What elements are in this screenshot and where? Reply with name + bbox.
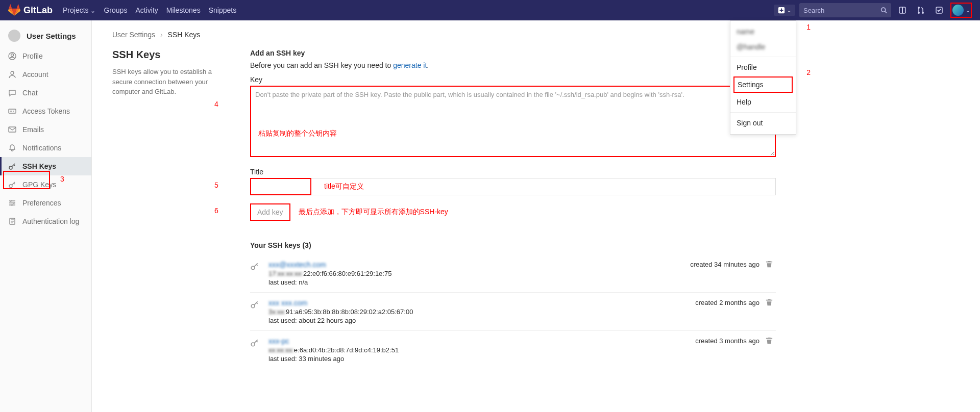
token-icon bbox=[8, 107, 16, 115]
svg-point-9 bbox=[11, 54, 14, 57]
sidebar-item-gpg-keys[interactable]: GPG Keys bbox=[0, 175, 91, 194]
sidebar-item-emails[interactable]: Emails bbox=[0, 120, 91, 139]
page-title: SSH Keys bbox=[112, 49, 230, 61]
svg-point-13 bbox=[11, 111, 12, 112]
svg-rect-15 bbox=[9, 127, 16, 132]
avatar-icon bbox=[952, 5, 964, 16]
content: User Settings › SSH Keys SSH Keys SSH ke… bbox=[92, 20, 796, 412]
account-icon bbox=[8, 70, 16, 79]
breadcrumb-a[interactable]: User Settings bbox=[112, 31, 155, 39]
svg-point-18 bbox=[10, 200, 12, 202]
gitlab-logo-icon bbox=[8, 4, 20, 16]
sidebar-item-profile[interactable]: Profile bbox=[0, 47, 91, 65]
breadcrumb: User Settings › SSH Keys bbox=[112, 31, 776, 39]
sidebar: User Settings Profile Account Chat Acces… bbox=[0, 20, 92, 412]
key-row: xxx xxx.com 3x:xx:91:a6:95:3b:8b:8b:8b:0… bbox=[250, 292, 776, 330]
nav-snippets[interactable]: Snippets bbox=[209, 6, 236, 14]
svg-point-10 bbox=[11, 71, 14, 74]
user-menu-handle: @handle bbox=[730, 39, 796, 55]
sidebar-item-preferences[interactable]: Preferences bbox=[0, 194, 91, 212]
svg-point-4 bbox=[918, 7, 920, 9]
plus-button[interactable]: ⌄ bbox=[774, 5, 795, 16]
annotation-1: 1 bbox=[806, 23, 811, 31]
issues-icon[interactable] bbox=[895, 3, 910, 17]
title-input-rest[interactable] bbox=[311, 178, 776, 195]
key-icon bbox=[250, 299, 262, 309]
search-input[interactable] bbox=[803, 7, 880, 14]
key-row: xxx-pc xx:xx:xx:e:6a:d0:4b:2b:d8:7d:9d:c… bbox=[250, 330, 776, 369]
sidebar-item-notifications[interactable]: Notifications bbox=[0, 139, 91, 157]
delete-key-button[interactable] bbox=[766, 299, 776, 306]
log-icon bbox=[8, 217, 16, 225]
user-menu-help[interactable]: Help bbox=[730, 94, 796, 110]
key-created: created 3 months ago bbox=[695, 337, 760, 345]
user-menu-settings[interactable]: Settings bbox=[733, 76, 793, 93]
svg-rect-3 bbox=[902, 7, 903, 13]
search-icon bbox=[880, 7, 887, 14]
brand-text: GitLab bbox=[23, 5, 53, 16]
nav-milestones[interactable]: Milestones bbox=[166, 6, 201, 14]
svg-point-6 bbox=[922, 12, 924, 14]
svg-point-12 bbox=[10, 111, 11, 112]
delete-key-button[interactable] bbox=[766, 337, 776, 344]
generate-link[interactable]: generate it bbox=[393, 61, 427, 69]
key-list: xxx@xxxtech.com 17:xx:xx:xx:22:e0:f6:66:… bbox=[250, 254, 776, 369]
key-created: created 34 minutes ago bbox=[690, 261, 760, 268]
key-icon bbox=[8, 162, 16, 170]
page-intro: SSH Keys SSH keys allow you to establish… bbox=[112, 49, 230, 369]
key-name[interactable]: xxx@xxxtech.com bbox=[268, 261, 326, 269]
sidebar-title: User Settings bbox=[27, 32, 76, 40]
todos-icon[interactable] bbox=[932, 3, 946, 17]
title-input[interactable] bbox=[250, 178, 311, 195]
merge-requests-icon[interactable] bbox=[914, 3, 928, 17]
sidebar-item-ssh-keys[interactable]: SSH Keys bbox=[0, 157, 91, 175]
key-textarea[interactable] bbox=[250, 86, 776, 157]
profile-icon bbox=[8, 52, 16, 60]
key-row: xxx@xxxtech.com 17:xx:xx:xx:22:e0:f6:66:… bbox=[250, 254, 776, 292]
svg-point-14 bbox=[13, 111, 14, 112]
key-name[interactable]: xxx-pc bbox=[268, 337, 289, 345]
key-icon bbox=[250, 261, 262, 271]
sidebar-item-access-tokens[interactable]: Access Tokens bbox=[0, 102, 91, 120]
nav-projects[interactable]: Projects ⌄ bbox=[63, 6, 95, 14]
delete-key-button[interactable] bbox=[766, 261, 776, 268]
sidebar-item-chat[interactable]: Chat bbox=[0, 84, 91, 102]
svg-point-1 bbox=[881, 8, 886, 12]
user-menu: name @handle Profile Settings Help Sign … bbox=[730, 20, 796, 135]
add-key-button[interactable]: Add key bbox=[250, 203, 290, 221]
sidebar-item-account[interactable]: Account bbox=[0, 65, 91, 84]
plus-icon bbox=[778, 7, 785, 14]
key-created: created 2 months ago bbox=[695, 299, 760, 306]
user-menu-name: name bbox=[730, 24, 796, 39]
key-icon bbox=[250, 337, 262, 347]
user-avatar-button[interactable]: ⌄ bbox=[950, 3, 972, 18]
svg-point-20 bbox=[11, 204, 13, 206]
nav-groups[interactable]: Groups bbox=[104, 6, 127, 14]
add-key-title: Add an SSH key bbox=[250, 49, 776, 57]
sidebar-wrap: User Settings Profile Account Chat Acces… bbox=[0, 20, 92, 412]
nav-activity[interactable]: Activity bbox=[135, 6, 158, 14]
page-desc: SSH keys allow you to establish a secure… bbox=[112, 67, 230, 97]
key-name[interactable]: xxx xxx.com bbox=[268, 299, 307, 307]
svg-point-5 bbox=[918, 12, 920, 14]
key-label: Key bbox=[250, 75, 776, 84]
chat-icon bbox=[8, 89, 16, 97]
user-menu-signout[interactable]: Sign out bbox=[730, 115, 796, 131]
email-icon bbox=[8, 125, 16, 134]
annotation-2: 2 bbox=[806, 68, 811, 76]
annotation-add: 最后点添加，下方即可显示所有添加的SSH-key bbox=[299, 208, 448, 217]
form-col: Add an SSH key Before you can add an SSH… bbox=[250, 49, 776, 369]
search-box[interactable] bbox=[799, 3, 891, 17]
preferences-icon bbox=[8, 199, 16, 207]
sidebar-item-auth-log[interactable]: Authentication log bbox=[0, 212, 91, 230]
svg-point-19 bbox=[13, 202, 15, 204]
top-navbar: GitLab Projects ⌄ Groups Activity Milest… bbox=[0, 0, 980, 20]
your-keys-title: Your SSH keys (3) bbox=[250, 241, 776, 249]
user-avatar-icon bbox=[8, 30, 20, 42]
bell-icon bbox=[8, 144, 16, 152]
brand[interactable]: GitLab bbox=[8, 4, 53, 16]
add-key-hint: Before you can add an SSH key you need t… bbox=[250, 61, 776, 69]
sidebar-header: User Settings bbox=[0, 24, 91, 47]
nav-links: Projects ⌄ Groups Activity Milestones Sn… bbox=[63, 6, 236, 14]
user-menu-profile[interactable]: Profile bbox=[730, 59, 796, 75]
